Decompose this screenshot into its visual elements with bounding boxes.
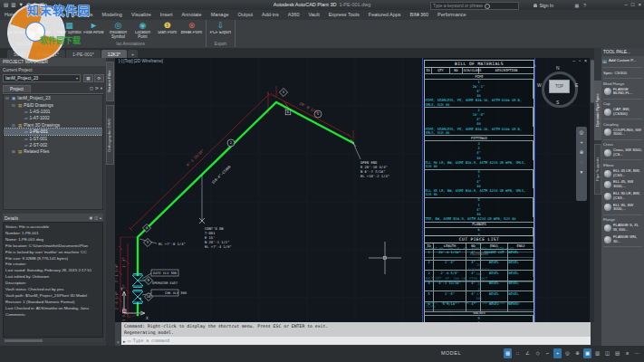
selection-cycling-icon[interactable]: ⊕ bbox=[573, 348, 582, 358]
cut-list-row[interactable]: 3 2'-0 5/8" 4" BEVEL BEVEL bbox=[424, 271, 534, 281]
ribbon-tab[interactable]: Analysis bbox=[70, 10, 97, 20]
home-icon[interactable]: ⌂ bbox=[533, 63, 536, 68]
tree-item[interactable]: ▱ 1-AS-1001 bbox=[4, 109, 102, 115]
viewcube[interactable]: TOP N W E S ⌂ bbox=[539, 65, 579, 109]
osnap-icon[interactable]: ◇ bbox=[533, 348, 542, 358]
bom-row[interactable]: 4 1 4" 40 ELL 45 LR, BW, ASME B16.9, AST… bbox=[424, 170, 534, 198]
ribbon-button[interactable]: ▦ Floor Symbol bbox=[57, 20, 82, 42]
palette-group-label[interactable]: Elbow bbox=[601, 161, 644, 167]
cut-list-row[interactable]: 1 20'-0 1/16" 4" SQUARE CUT BEVEL bbox=[424, 250, 534, 261]
ribbon-tab[interactable]: Isos bbox=[23, 10, 41, 20]
details-list-icon[interactable]: ◫ bbox=[94, 215, 98, 220]
palette-group-label[interactable]: Cross bbox=[601, 141, 644, 148]
tree-item[interactable]: ▱ 1-ST-001 bbox=[4, 135, 102, 141]
ribbon-tab[interactable]: Output bbox=[234, 10, 258, 20]
project-refresh-button[interactable]: ⟳ bbox=[94, 74, 104, 82]
ribbon-tab[interactable]: Featured Apps bbox=[364, 10, 406, 20]
palette-item[interactable]: ELL 45 LR, BW, (CS3... bbox=[601, 167, 644, 179]
crosshair-icon[interactable]: + bbox=[553, 348, 562, 358]
ribbon-tab[interactable]: Annotate bbox=[178, 10, 207, 20]
tree-item[interactable]: ⊞ ▤ Related Files bbox=[4, 148, 102, 155]
palette-group-label[interactable]: Cap bbox=[601, 100, 644, 107]
snap-icon[interactable]: ∷ bbox=[514, 348, 522, 358]
tab-pipe-supports[interactable]: Pipe Supports bbox=[594, 144, 601, 195]
ribbon-button[interactable]: ◎ Insulation Symbol bbox=[106, 20, 130, 42]
ribbon-button[interactable]: ❶ Start Point bbox=[155, 20, 179, 42]
grid-icon[interactable]: ▦ bbox=[504, 348, 512, 358]
transparency-icon[interactable]: ◎ bbox=[563, 348, 572, 358]
ribbon-button[interactable]: ⇆ CF to Iso bbox=[4, 20, 28, 42]
bom-row[interactable]: 1 26'-1" 4" 40 PIPE, SEAMLESS, PE, ASME … bbox=[424, 80, 534, 108]
cut-piece-list-table[interactable]: CUT PIECE LIST IDLENGTHNDEND1END2 1 20'-… bbox=[424, 235, 534, 312]
palette-item[interactable]: Cross, SW 3000, (CS... bbox=[601, 148, 644, 159]
tree-item[interactable]: ▱ 2-ST-002 bbox=[4, 142, 102, 148]
tab-project[interactable]: Project bbox=[3, 85, 31, 92]
ribbon-tab[interactable]: Add-ins bbox=[257, 10, 284, 20]
tab-dynamic-pipe-spec[interactable]: Dynamic Pipe Spec bbox=[594, 81, 601, 140]
add-custom-part-button[interactable]: ⊞ Add Custom P... bbox=[601, 56, 644, 66]
search-icon[interactable] bbox=[485, 4, 490, 9]
viewcube-west[interactable]: W bbox=[537, 82, 542, 88]
palette-item[interactable]: COUPLING, SW 3000... bbox=[601, 127, 644, 138]
tree-expander-icon[interactable]: ⊟ bbox=[12, 103, 16, 108]
units-icon[interactable]: ◫ bbox=[603, 348, 611, 358]
palette-item[interactable]: ELL 90 LR, BW, (CS3... bbox=[601, 191, 644, 203]
tree-item[interactable]: ⊟ ▣ IanM_Project_23 bbox=[4, 95, 102, 101]
file-tab[interactable]: 1-PE-001* bbox=[66, 50, 101, 58]
file-tab[interactable]: 12K3* bbox=[101, 50, 127, 58]
project-browse-button[interactable]: ▦ bbox=[83, 74, 93, 82]
exchange-apps-icon[interactable]: ▦ bbox=[574, 3, 579, 8]
ribbon-panel-label[interactable]: Iso Annotations bbox=[57, 42, 204, 47]
viewcube-north[interactable]: N bbox=[556, 65, 560, 71]
viewcube-south[interactable]: S bbox=[556, 100, 559, 105]
tree-expander-icon[interactable]: ⊟ bbox=[12, 123, 16, 128]
viewport-visual-style-control[interactable]: [2D Wireframe] bbox=[134, 59, 163, 63]
tool-palettes-title[interactable]: TOOL PALE... bbox=[601, 48, 644, 56]
cut-list-row[interactable]: 4 4'-1 13/16" 4" BEVEL BEVEL bbox=[424, 281, 534, 292]
ribbon-tab[interactable]: Modeling bbox=[98, 10, 127, 20]
details-horizontal-scrollbar[interactable] bbox=[3, 338, 103, 342]
drawing-window-button[interactable]: ▫ bbox=[579, 58, 581, 63]
palette-item[interactable]: FLANGE BLIND,FL... bbox=[601, 86, 644, 98]
palette-group-label[interactable]: Flange bbox=[601, 216, 644, 223]
tree-item[interactable]: ⊟ ▤ Plant 3D Drawings bbox=[4, 122, 102, 129]
bom-row[interactable]: 3 2 4" 40 ELL 90 LR, BW, ASME B16.9, AST… bbox=[424, 141, 534, 169]
annotation-icon[interactable]: ▥ bbox=[593, 348, 601, 358]
project-select[interactable]: IanM_Project_23 ▾ bbox=[3, 74, 81, 82]
ribbon-tab[interactable]: Performance bbox=[433, 10, 471, 20]
ribbon-button[interactable]: ⊗ Break Point bbox=[179, 20, 204, 42]
ribbon-tab[interactable]: Structure bbox=[41, 10, 70, 20]
infocenter-search[interactable]: Type a keyword or phrase bbox=[430, 2, 519, 10]
cut-list-row[interactable]: 5 1'-5" 4" BEVEL BEVEL bbox=[424, 291, 534, 302]
window-control-button[interactable]: × bbox=[638, 2, 641, 7]
drawing-window-button[interactable]: – bbox=[572, 58, 575, 63]
palette-item[interactable]: ELL 90, SW 3000,... bbox=[601, 202, 644, 214]
ribbon-panel-label[interactable]: Iso Creation bbox=[4, 42, 53, 47]
drawing-canvas[interactable]: 1 2 3 4 5 6 9 10 OPEN END E 20'-10 3/4" … bbox=[115, 58, 594, 322]
tree-expander-icon[interactable]: ⊞ bbox=[12, 149, 16, 154]
window-control-button[interactable]: □ bbox=[631, 2, 635, 7]
help-icon[interactable]: ? bbox=[583, 3, 586, 8]
drawing-window-button[interactable]: × bbox=[584, 58, 587, 63]
details-grid-icon[interactable]: ▣ bbox=[89, 215, 92, 220]
refresh-tree-icon[interactable]: ⟳ bbox=[95, 86, 99, 90]
cut-list-row[interactable]: 6 5 9/16" 4" BEVEL BEVEL bbox=[424, 302, 534, 313]
sign-in-button[interactable]: Sign In bbox=[533, 3, 553, 8]
tree-item[interactable]: ⊟ ▤ P&ID Drawings bbox=[4, 101, 102, 108]
ribbon-tab[interactable]: Manage bbox=[207, 10, 234, 20]
palette-group-label[interactable]: Blind Flange bbox=[601, 80, 644, 86]
expand-all-icon[interactable]: ◫ bbox=[90, 86, 93, 90]
tab-orthographic-dwg[interactable]: Orthographic DWG bbox=[106, 105, 114, 165]
ribbon-tab[interactable]: Home bbox=[0, 10, 23, 20]
command-grip[interactable]: ≡ bbox=[115, 322, 121, 346]
cut-list-row[interactable]: 2 1'-4" 4" BEVEL BEVEL bbox=[424, 261, 534, 272]
bom-row[interactable]: 5 1 4" 40 TEE, BW, ASME B16.9, ASTM A234… bbox=[424, 198, 534, 223]
zoom-icon[interactable]: ⊕ bbox=[580, 149, 584, 155]
scrollbar-thumb[interactable] bbox=[5, 339, 43, 342]
tab-source-files[interactable]: Source Files bbox=[106, 62, 114, 101]
plot-icon[interactable]: ▦ bbox=[40, 2, 44, 7]
valve-symbols[interactable] bbox=[132, 274, 148, 304]
nav-more-icon[interactable]: ▾ bbox=[581, 169, 583, 175]
details-collapse-icon[interactable]: ▴ bbox=[100, 215, 101, 220]
ribbon-button[interactable]: ▤ Iso Manage bbox=[28, 20, 53, 42]
